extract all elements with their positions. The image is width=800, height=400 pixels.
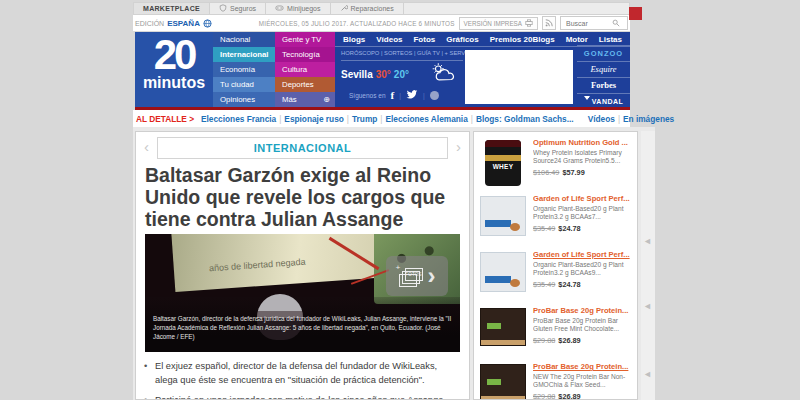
- shop-now-link[interactable]: Shop now: [533, 299, 569, 301]
- print-version-label: VERSIÓN IMPRESA: [464, 20, 522, 27]
- seguros-tab[interactable]: Seguros: [210, 3, 266, 14]
- brand-vandal[interactable]: VANDAL: [577, 93, 630, 109]
- product-image[interactable]: WHEY: [480, 138, 526, 189]
- product-title-link[interactable]: Garden of Life Sport Perf...: [533, 250, 631, 259]
- product-image[interactable]: [480, 362, 526, 400]
- follow-label: Síguenos en: [349, 92, 386, 99]
- logo-20minutos[interactable]: 20 minutos: [135, 32, 213, 107]
- nav-link-motor[interactable]: Motor: [566, 35, 588, 44]
- gamepad-icon: [275, 4, 284, 13]
- next-section-chevron-icon[interactable]: ›: [456, 138, 461, 156]
- sun-cloud-icon: [428, 62, 456, 87]
- rss-button[interactable]: [542, 16, 556, 30]
- breaking-link-trump[interactable]: Trump: [352, 114, 377, 124]
- nav-link-videos[interactable]: Vídeos: [376, 35, 402, 44]
- separator: |: [423, 92, 425, 99]
- separator: |: [279, 114, 281, 124]
- product-price: $29.88$26.89: [533, 392, 631, 400]
- twitter-icon[interactable]: [406, 90, 418, 101]
- logo-word: minutos: [135, 75, 213, 90]
- shop-now-link[interactable]: Shop now: [533, 355, 569, 357]
- breaking-link-alemania[interactable]: Elecciones Alemania: [386, 114, 468, 124]
- product-title-link[interactable]: ProBar Base 20g Protein...: [533, 306, 631, 315]
- nav-link-fotos[interactable]: Fotos: [413, 35, 435, 44]
- nav-item-economia[interactable]: Economía: [213, 62, 275, 77]
- red-square-badge: [629, 7, 642, 20]
- breaking-link-espionaje[interactable]: Espionaje ruso: [284, 114, 343, 124]
- photo-caption: Baltasar Garzón, director de la defensa …: [153, 314, 452, 341]
- breaking-link-blogs[interactable]: Blogs: Goldman Sachs...: [476, 114, 574, 124]
- nav-item-internacional-active[interactable]: Internacional: [213, 47, 275, 62]
- vandal-logo-icon: [584, 96, 590, 103]
- weather-low: 20°: [394, 69, 409, 80]
- edition-selector[interactable]: EDICIÓN ESPAÑA: [135, 14, 212, 32]
- product-image[interactable]: [480, 194, 526, 245]
- marketplace-tab[interactable]: MARKETPLACE: [134, 3, 210, 14]
- photo-gallery-button[interactable]: + FOTOS ›: [386, 256, 448, 296]
- nav-services-links[interactable]: HORÓSCOPO | SORTEOS | GUÍA TV | + SERVIC…: [341, 50, 463, 61]
- gallery-chevron-icon: ›: [428, 266, 436, 286]
- nav-item-tecnologia[interactable]: Tecnología: [275, 47, 335, 62]
- nav-item-mas[interactable]: Más ⊕: [275, 92, 335, 107]
- ad-placeholder: [465, 50, 573, 104]
- marketplace-label: MARKETPLACE: [143, 5, 200, 12]
- separator: |: [471, 114, 473, 124]
- nav-item-tu-ciudad[interactable]: Tu ciudad: [213, 77, 275, 92]
- article-card: ‹ INTERNACIONAL › Baltasar Garzón exige …: [135, 131, 470, 400]
- breaking-link-francia[interactable]: Elecciones Francia: [201, 114, 276, 124]
- product-ads-sidebar: WHEY Optimum Nutrition Gold ... Whey Pro…: [473, 131, 638, 400]
- brand-forbes[interactable]: Forbes: [577, 77, 630, 93]
- product-image[interactable]: [480, 306, 526, 357]
- product-image[interactable]: [480, 250, 526, 301]
- social-circle-icon[interactable]: [430, 91, 439, 100]
- separator: |: [399, 92, 401, 99]
- nav-item-deportes[interactable]: Deportes: [275, 77, 335, 92]
- edition-bar: EDICIÓN ESPAÑA MIÉRCOLES, 05 JULIO 2017.…: [133, 15, 630, 31]
- wrench-icon: [340, 4, 348, 13]
- prev-section-chevron-icon[interactable]: ‹: [144, 138, 149, 156]
- shop-now-link[interactable]: Shop now: [533, 187, 569, 189]
- reparaciones-label: Reparaciones: [351, 5, 394, 12]
- bullet-item: Participó en unas jornadas con motivo de…: [144, 394, 465, 400]
- article-headline[interactable]: Baltasar Garzón exige al Reino Unido que…: [145, 164, 460, 230]
- globe-icon: [203, 14, 212, 32]
- current-price: $57.99: [562, 168, 584, 177]
- search-input[interactable]: [564, 19, 612, 28]
- separator: |: [618, 114, 620, 124]
- brand-gonzoo[interactable]: GONZOO: [577, 45, 630, 61]
- nav-item-gente-tv[interactable]: Gente y TV: [275, 32, 335, 47]
- brand-esquire[interactable]: Esquire: [577, 61, 630, 77]
- nav-link-graficos[interactable]: Gráficos: [446, 35, 478, 44]
- carousel-left-chevron-icon[interactable]: ◄: [643, 236, 652, 246]
- nav-item-nacional[interactable]: Nacional: [213, 32, 275, 47]
- breaking-bar: AL DETALLE > Elecciones Francia | Espion…: [133, 110, 630, 127]
- weather-widget[interactable]: Sevilla 30° 20°: [341, 63, 456, 85]
- reparaciones-tab[interactable]: Reparaciones: [331, 3, 404, 14]
- breaking-link-imagenes[interactable]: En imágenes: [623, 114, 674, 124]
- print-version-button[interactable]: VERSIÓN IMPRESA: [459, 17, 538, 30]
- section-title[interactable]: INTERNACIONAL: [157, 137, 448, 159]
- carousel-left-chevron-icon[interactable]: ◄: [643, 369, 652, 379]
- weather-high: 30°: [376, 69, 391, 80]
- product-title-link[interactable]: Optimum Nutrition Gold ...: [533, 138, 631, 147]
- breaking-link-videos[interactable]: Vídeos: [588, 114, 615, 124]
- date-text: MIÉRCOLES, 05 JULIO 2017. ACTUALIZADO HA…: [259, 20, 455, 27]
- minijuegos-label: Minijuegos: [287, 5, 320, 12]
- facebook-icon[interactable]: f: [391, 89, 395, 101]
- product-price: $35.49$24.78: [533, 280, 631, 289]
- printer-icon: [525, 19, 533, 27]
- nav-link-blogs[interactable]: Blogs: [343, 35, 365, 44]
- nav-link-premios[interactable]: Premios 20Blogs: [490, 35, 555, 44]
- product-description: Organic Plant-Based20 g Plant Protein3.2…: [533, 205, 631, 221]
- product-title-link[interactable]: Garden of Life Sport Perf...: [533, 194, 631, 203]
- product-title-link[interactable]: ProBar Base 20g Protein...: [533, 362, 631, 371]
- old-price: $106.49: [533, 168, 559, 177]
- product-description: Organic Plant-Based20 g Plant Protein3.2…: [533, 261, 631, 277]
- nav-item-cultura[interactable]: Cultura: [275, 62, 335, 77]
- seguros-label: Seguros: [230, 5, 256, 12]
- minijuegos-tab[interactable]: Minijuegos: [266, 3, 330, 14]
- nav-item-opiniones[interactable]: Opiniones: [213, 92, 275, 107]
- nav-link-listas[interactable]: Listas: [599, 35, 622, 44]
- carousel-left-chevron-icon[interactable]: ◄: [643, 301, 652, 311]
- shop-now-link[interactable]: Shop now: [533, 243, 569, 245]
